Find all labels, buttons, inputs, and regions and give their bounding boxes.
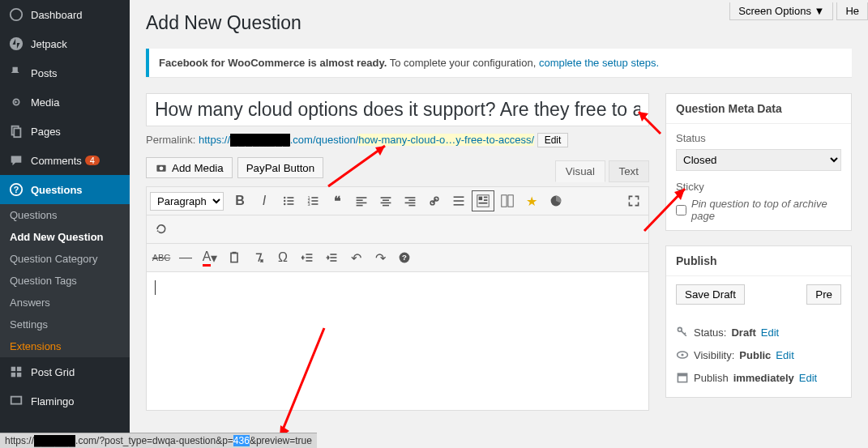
format-dropdown[interactable]: Paragraph xyxy=(150,192,224,211)
tab-text[interactable]: Text xyxy=(609,160,649,182)
mystery2-button[interactable] xyxy=(496,190,519,211)
svg-rect-17 xyxy=(287,200,293,202)
svg-text:?: ? xyxy=(402,253,407,262)
strike-button[interactable]: ABC xyxy=(150,247,173,268)
pages-icon xyxy=(8,123,24,139)
svg-rect-55 xyxy=(306,260,312,262)
svg-rect-10 xyxy=(17,373,21,377)
svg-rect-29 xyxy=(357,205,363,207)
svg-rect-9 xyxy=(11,373,15,377)
undo-button[interactable]: ↶ xyxy=(344,247,367,268)
svg-point-63 xyxy=(681,353,683,356)
quote-button[interactable]: ❝ xyxy=(326,190,348,211)
bold-button[interactable]: B xyxy=(229,190,251,211)
paypal-button[interactable]: PayPal Button xyxy=(237,157,323,178)
notice-link[interactable]: complete the setup steps. xyxy=(539,57,659,69)
align-right-button[interactable] xyxy=(399,190,421,211)
special-char-button[interactable]: Ω xyxy=(272,247,294,268)
add-media-button[interactable]: Add Media xyxy=(146,157,233,178)
media-icon xyxy=(8,94,24,110)
toolbar-row2: ABC — A ▾ Ω ↶ ↷ ? xyxy=(147,244,648,272)
sidebar-item-comments[interactable]: Comments4 xyxy=(0,146,130,175)
comment-icon xyxy=(8,152,24,169)
svg-rect-27 xyxy=(357,199,363,201)
sidebar-item-questions[interactable]: ?Questions xyxy=(0,175,130,204)
status-select[interactable]: Closed xyxy=(676,149,841,171)
grid-icon xyxy=(8,364,24,380)
tab-visual[interactable]: Visual xyxy=(555,160,605,182)
more-button[interactable] xyxy=(447,190,470,211)
star-button[interactable]: ★ xyxy=(520,190,543,211)
content-editor[interactable] xyxy=(147,272,648,410)
sidebar-item-media[interactable]: Media xyxy=(0,87,130,117)
question-icon: ? xyxy=(8,181,24,198)
sidebar-item-posts[interactable]: Posts xyxy=(0,58,130,87)
eye-icon xyxy=(676,348,689,361)
refresh-button[interactable] xyxy=(150,219,173,240)
sidebar-item-dashboard[interactable]: Dashboard xyxy=(0,0,130,29)
svg-rect-35 xyxy=(408,199,415,201)
schedule-edit-link[interactable]: Edit xyxy=(799,372,817,384)
svg-point-39 xyxy=(434,197,438,201)
help-button[interactable]: He xyxy=(836,2,868,20)
sub-question-category[interactable]: Question Category xyxy=(0,248,130,270)
paste-button[interactable] xyxy=(223,247,246,268)
svg-rect-46 xyxy=(484,199,488,201)
sub-add-new-question[interactable]: Add New Question xyxy=(0,226,130,248)
link-button[interactable] xyxy=(423,190,446,211)
sidebar-item-flamingo[interactable]: Flamingo xyxy=(0,386,130,416)
status-edit-link[interactable]: Edit xyxy=(761,326,779,339)
sub-settings[interactable]: Settings xyxy=(0,314,130,335)
svg-rect-8 xyxy=(17,367,21,371)
sidebar-item-pages[interactable]: Pages xyxy=(0,117,130,146)
title-input[interactable] xyxy=(146,93,649,126)
svg-rect-58 xyxy=(330,260,336,262)
publish-box: Publish Save Draft Pre Status: Draft Edi… xyxy=(665,245,852,398)
indent-button[interactable] xyxy=(320,247,343,268)
preview-button[interactable]: Pre xyxy=(806,284,841,305)
pin-icon xyxy=(8,65,24,81)
textcolor-button[interactable]: A ▾ xyxy=(199,247,221,268)
svg-rect-65 xyxy=(678,373,686,376)
sidebar-item-post-grid[interactable]: Post Grid xyxy=(0,357,130,386)
svg-rect-11 xyxy=(11,397,22,404)
mystery1-button[interactable] xyxy=(472,190,494,211)
admin-sidebar: Dashboard Jetpack Posts Media Pages Comm… xyxy=(0,0,130,448)
svg-rect-51 xyxy=(231,253,237,262)
screen-options-button[interactable]: Screen Options ▼ xyxy=(729,2,833,20)
sidebar-item-jetpack[interactable]: Jetpack xyxy=(0,29,130,58)
clear-format-button[interactable] xyxy=(247,247,270,268)
chart-button[interactable] xyxy=(545,190,567,211)
visibility-edit-link[interactable]: Edit xyxy=(776,349,793,361)
redo-button[interactable]: ↷ xyxy=(369,247,391,268)
outdent-button[interactable] xyxy=(296,247,319,268)
toolbar-row1: Paragraph B I 123 ❝ ★ xyxy=(147,187,648,215)
italic-button[interactable]: I xyxy=(253,190,276,211)
sub-question-tags[interactable]: Question Tags xyxy=(0,270,130,292)
help-icon-button[interactable]: ? xyxy=(393,247,416,268)
hr-button[interactable]: — xyxy=(174,247,197,268)
flamingo-icon xyxy=(8,393,24,409)
sub-answers[interactable]: Answers xyxy=(0,292,130,314)
fullscreen-button[interactable] xyxy=(622,190,645,211)
post-body: Permalink: https://████████.com/question… xyxy=(146,93,649,412)
svg-rect-23 xyxy=(311,200,318,202)
align-left-button[interactable] xyxy=(350,190,373,211)
save-draft-button[interactable]: Save Draft xyxy=(676,284,745,305)
permalink-edit-button[interactable]: Edit xyxy=(537,133,569,147)
svg-point-16 xyxy=(284,200,285,202)
svg-rect-37 xyxy=(408,205,415,207)
svg-text:3: 3 xyxy=(308,202,310,207)
sub-extensions[interactable]: Extensions xyxy=(0,335,130,357)
ul-button[interactable] xyxy=(277,190,300,211)
sticky-checkbox[interactable] xyxy=(676,205,686,215)
permalink-link[interactable]: https://████████.com/question/how-many-c… xyxy=(199,134,534,146)
svg-point-1 xyxy=(10,37,23,50)
calendar-icon xyxy=(676,371,689,384)
svg-rect-53 xyxy=(306,254,312,255)
sub-questions[interactable]: Questions xyxy=(0,204,130,226)
align-center-button[interactable] xyxy=(374,190,397,211)
svg-point-38 xyxy=(430,201,434,205)
dashboard-icon xyxy=(8,6,24,23)
ol-button[interactable]: 123 xyxy=(301,190,324,211)
